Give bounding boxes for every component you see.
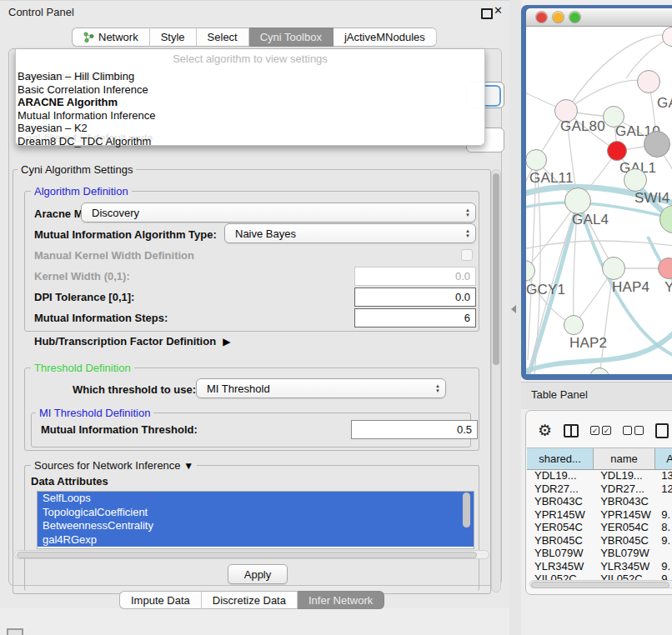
kernel-width-label: Kernel Width (0,1): xyxy=(34,270,130,282)
algorithm-placeholder: Select algorithm to view settings xyxy=(16,52,484,65)
algorithm-item-mutual-information-inference[interactable]: Mutual Information Inference xyxy=(17,109,485,122)
kernel-width-input[interactable]: 0.0 xyxy=(354,267,476,286)
document-icon[interactable] xyxy=(655,423,669,438)
manual-kernel-label: Manual Kernel Width Definition xyxy=(34,249,194,262)
data-attribute-item-topologicalcoefficient[interactable]: TopologicalCoefficient xyxy=(38,506,474,520)
table-cell: YLR345W xyxy=(527,560,593,572)
scrollbar-thumb[interactable] xyxy=(17,552,477,558)
unchecked-checkbox-icon xyxy=(623,426,632,435)
table-row[interactable]: YDR27...YDR27...12 xyxy=(527,482,672,496)
gear-icon[interactable] xyxy=(538,421,552,440)
data-attributes-list[interactable]: SelfLoopsTopologicalCoefficientBetweenne… xyxy=(37,491,474,549)
data-attribute-item-betweennesscentrality[interactable]: BetweennessCentrality xyxy=(38,519,474,533)
table-row[interactable]: YDL19...YDL19...13 xyxy=(527,469,672,482)
collapse-down-icon: ▼ xyxy=(183,460,193,472)
tab-discretize-data[interactable]: Discretize Data xyxy=(202,591,298,609)
algorithm-item-bayesian-k2[interactable]: Bayesian – K2 xyxy=(17,122,485,135)
tab-style[interactable]: Style xyxy=(150,28,197,47)
data-attribute-item-selfloops[interactable]: SelfLoops xyxy=(38,492,474,506)
network-edge[interactable] xyxy=(566,80,649,111)
tab-infer-network[interactable]: Infer Network xyxy=(298,591,384,609)
table-cell: YBR045C xyxy=(527,534,593,547)
table-row[interactable]: YLR345WYLR345W9. xyxy=(527,560,672,573)
scrollbar-thumb[interactable] xyxy=(493,173,499,365)
mi-algorithm-type-select[interactable]: Naive Bayes xyxy=(224,223,476,243)
apply-button[interactable]: Apply xyxy=(228,564,288,584)
column-header-name[interactable]: name xyxy=(594,448,655,469)
algorithm-item-dream8-dc-tdc-algorithm[interactable]: Dream8 DC_TDC Algorithm xyxy=(17,135,485,148)
tab-jactivemnodules[interactable]: jActiveMNodules xyxy=(333,28,437,47)
network-node-hap2[interactable] xyxy=(564,315,584,335)
aracne-mode-select[interactable]: Discovery xyxy=(81,202,476,222)
algorithm-item-aracne-algorithm[interactable]: ARACNE Algorithm xyxy=(17,96,485,109)
manual-kernel-checkbox[interactable] xyxy=(461,249,473,261)
close-window-button[interactable] xyxy=(536,12,547,22)
apply-button-label: Apply xyxy=(244,568,272,581)
float-window-icon[interactable] xyxy=(481,8,493,19)
table-toolbar xyxy=(538,421,669,440)
tab-network[interactable]: Network xyxy=(72,28,150,47)
algorithm-item-basic-correlation-inference[interactable]: Basic Correlation Inference xyxy=(17,83,485,97)
network-view-window: GALGAL80GAL10GAL1GAL11SWI4GAL4GCY1HAP4YH… xyxy=(521,5,672,380)
attributes-scrollbar-thumb[interactable] xyxy=(463,492,470,528)
tab-impute-data[interactable]: Impute Data xyxy=(119,591,202,609)
network-node-hap4[interactable] xyxy=(602,257,625,280)
table-row[interactable]: YBL079WYBL079W xyxy=(527,547,672,560)
table-cell: YDL19... xyxy=(593,469,654,482)
table-row[interactable]: YIL052CYIL052C9. xyxy=(527,572,672,580)
dpi-tolerance-input[interactable]: 0.0 xyxy=(354,288,476,307)
control-panel-title: Control Panel xyxy=(8,6,74,18)
network-window-titlebar[interactable] xyxy=(526,8,672,27)
column-header-shared-[interactable]: shared... xyxy=(527,448,594,469)
tab-label: Style xyxy=(161,31,185,43)
tab-cyni-toolbox[interactable]: Cyni Toolbox xyxy=(249,28,333,47)
hub-definition-expander[interactable]: Hub/Transcription Factor Definition ▶ xyxy=(34,335,230,348)
close-panel-icon[interactable]: ✕ xyxy=(494,4,503,17)
network-node-gal4[interactable] xyxy=(564,188,591,214)
table-cell: YBL079W xyxy=(593,547,654,559)
table-cell: 9. xyxy=(654,560,672,572)
split-columns-icon[interactable] xyxy=(564,424,579,438)
table-cell: 13 xyxy=(654,469,672,482)
table-horizontal-scrollbar[interactable] xyxy=(529,580,672,588)
network-canvas[interactable]: GALGAL80GAL10GAL1GAL11SWI4GAL4GCY1HAP4YH… xyxy=(526,27,672,374)
algorithm-item-bayesian-hill-climbing[interactable]: Bayesian – Hill Climbing xyxy=(17,70,485,83)
table-cell: YLR345W xyxy=(593,560,654,572)
settings-vertical-scrollbar[interactable] xyxy=(491,169,501,592)
splitter-collapse-icon[interactable] xyxy=(511,305,516,313)
bottom-tab-bar: Impute DataDiscretize DataInfer Network xyxy=(119,591,384,609)
dock-square-icon[interactable] xyxy=(7,628,23,635)
unchecked-checkbox-icon xyxy=(634,426,644,435)
network-node-swi4[interactable] xyxy=(624,168,647,192)
table-cell: 9. xyxy=(654,508,672,521)
network-node-gal11[interactable] xyxy=(526,149,547,171)
table-row[interactable]: YBR043CYBR043C xyxy=(527,495,672,508)
tab-select[interactable]: Select xyxy=(197,28,249,47)
network-node-gal1[interactable] xyxy=(607,141,627,161)
network-node-gray-hub[interactable] xyxy=(644,131,670,158)
settings-horizontal-scrollbar[interactable] xyxy=(14,550,489,559)
scrollbar-thumb[interactable] xyxy=(531,582,669,588)
sources-legend[interactable]: Sources for Network Inference ▼ xyxy=(31,459,197,472)
mi-steps-input[interactable]: 6 xyxy=(354,308,476,328)
table-row[interactable]: YBR045CYBR045C9. xyxy=(527,534,672,548)
mi-threshold-input[interactable]: 0.5 xyxy=(351,420,478,439)
table-row[interactable]: YPR145WYPR145W9. xyxy=(527,508,672,522)
tab-label: Select xyxy=(208,31,238,43)
which-threshold-value: MI Threshold xyxy=(207,382,270,395)
tab-label: Cyni Toolbox xyxy=(260,31,322,43)
minimize-window-button[interactable] xyxy=(553,12,564,22)
column-header-a[interactable]: A xyxy=(655,448,672,469)
cyni-settings-legend: Cyni Algorithm Settings xyxy=(18,163,136,176)
data-attributes-label: Data Attributes xyxy=(31,475,108,488)
table-row[interactable]: YER054CYER054C8. xyxy=(527,521,672,534)
select-all-checkboxes-icon[interactable] xyxy=(590,426,611,435)
zoom-window-button[interactable] xyxy=(569,12,580,22)
which-threshold-select[interactable]: MI Threshold xyxy=(196,378,446,398)
deselect-all-checkboxes-icon[interactable] xyxy=(623,426,644,435)
data-attribute-item-gal4rgexp[interactable]: gal4RGexp xyxy=(38,533,474,548)
node-label-gcy1: GCY1 xyxy=(526,282,565,298)
network-node-gal-pink[interactable] xyxy=(637,70,660,93)
panel-splitter[interactable] xyxy=(509,0,521,635)
mi-threshold-value: 0.5 xyxy=(457,423,472,436)
